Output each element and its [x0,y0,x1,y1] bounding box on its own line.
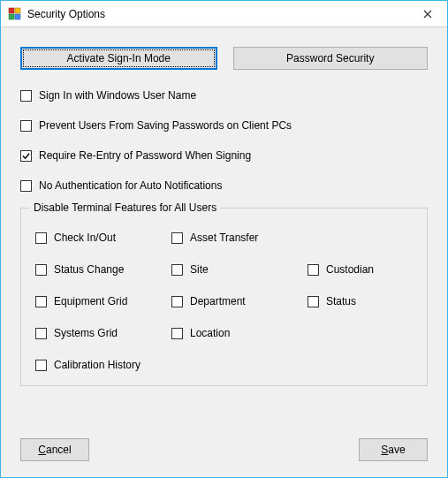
checkbox-icon [20,150,32,162]
checkbox-icon [20,90,32,102]
security-options-window: Security Options Activate Sign-In Mode P… [0,0,448,478]
checkbox-label: Custodian [326,263,374,276]
checkbox-icon [35,264,47,276]
equipment-grid-checkbox[interactable]: Equipment Grid [35,295,168,307]
checkbox-label: Status [326,295,356,307]
checkbox-label: Systems Grid [54,327,118,339]
site-checkbox[interactable]: Site [171,263,304,276]
custodian-checkbox[interactable]: Custodian [308,263,405,276]
checkbox-icon [308,264,319,276]
checkbox-icon [171,264,183,276]
top-button-row: Activate Sign-In Mode Password Security [20,47,428,70]
cancel-button[interactable]: Cancel [20,438,89,461]
checkbox-label: Require Re-Entry of Password When Signin… [39,149,251,162]
group-title: Disable Terminal Features for All Users [30,201,220,214]
activate-signin-button[interactable]: Activate Sign-In Mode [20,47,217,70]
checkbox-icon [20,180,32,192]
checkbox-label: Equipment Grid [54,295,127,307]
asset-transfer-checkbox[interactable]: Asset Transfer [171,231,304,244]
no-auth-auto-checkbox[interactable]: No Authentication for Auto Notifications [20,179,428,192]
require-reentry-checkbox[interactable]: Require Re-Entry of Password When Signin… [20,149,428,162]
checkbox-icon [35,360,47,371]
checkbox-label: Location [190,327,230,339]
checkbox-label: Department [190,295,246,307]
svg-rect-2 [9,14,14,19]
checkbox-icon [35,232,47,244]
calibration-history-checkbox[interactable]: Calibration History [35,359,168,371]
close-button[interactable] [407,1,447,27]
checkbox-icon [35,328,47,339]
department-checkbox[interactable]: Department [171,295,304,307]
checkbox-icon [171,232,183,244]
checkbox-label: Asset Transfer [190,231,258,244]
checkbox-label: Site [190,263,209,276]
checkbox-icon [171,328,183,339]
titlebar: Security Options [1,1,447,27]
bottom-button-row: Cancel Save [20,438,428,461]
status-checkbox[interactable]: Status [308,295,405,307]
checkbox-label: Calibration History [54,359,140,371]
password-security-button[interactable]: Password Security [233,47,429,70]
feature-grid: Check In/Out Asset Transfer Status Chang… [35,231,413,371]
disable-features-group: Disable Terminal Features for All Users … [20,208,428,386]
signin-windows-checkbox[interactable]: Sign In with Windows User Name [20,89,428,102]
checkbox-icon [171,296,183,307]
client-area: Activate Sign-In Mode Password Security … [1,27,447,477]
svg-rect-0 [9,8,14,13]
checkbox-label: No Authentication for Auto Notifications [39,179,222,192]
checkbox-icon [20,120,32,132]
checkbox-label: Sign In with Windows User Name [39,89,196,102]
save-button[interactable]: Save [359,438,428,461]
prevent-save-pw-checkbox[interactable]: Prevent Users From Saving Passwords on C… [20,119,428,132]
options-list: Sign In with Windows User Name Prevent U… [20,89,428,192]
svg-rect-3 [15,14,20,19]
checkbox-label: Check In/Out [54,231,116,244]
checkbox-label: Prevent Users From Saving Passwords on C… [39,119,292,132]
checkbox-icon [35,296,47,307]
status-change-checkbox[interactable]: Status Change [35,263,168,276]
window-title: Security Options [27,8,407,20]
location-checkbox[interactable]: Location [171,327,304,339]
svg-rect-1 [15,8,20,13]
systems-grid-checkbox[interactable]: Systems Grid [35,327,168,339]
check-in-out-checkbox[interactable]: Check In/Out [35,231,168,244]
checkbox-icon [308,296,319,307]
app-icon [8,7,22,21]
checkbox-label: Status Change [54,263,124,276]
